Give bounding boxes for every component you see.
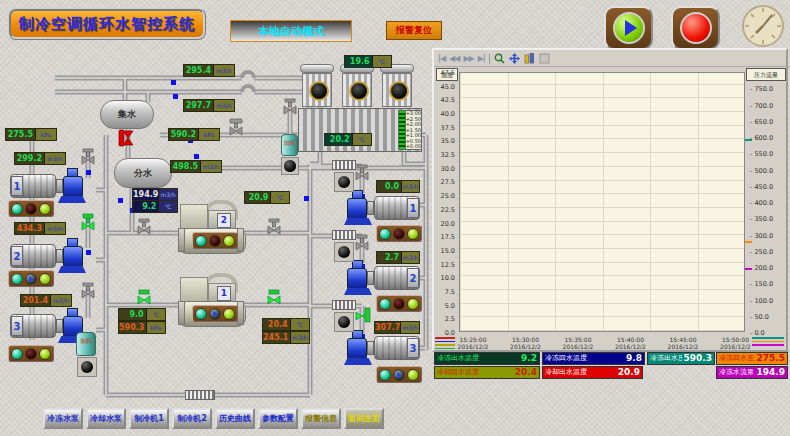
axis-tick: 7.5 xyxy=(445,288,455,296)
cyan-lamp-icon xyxy=(11,273,23,285)
nav-button-6[interactable]: 参数配置 xyxy=(258,408,298,429)
current-value-markers xyxy=(745,72,753,332)
green-lamp-icon xyxy=(39,273,51,285)
nav-button-3[interactable]: 制冷机1 xyxy=(129,408,169,429)
flex-connector xyxy=(332,160,356,170)
pipe-crossing-arcs xyxy=(242,72,254,92)
nav-button-7[interactable]: 报警信息 xyxy=(301,408,341,429)
chart-first-button[interactable]: |◀ xyxy=(438,54,445,63)
chiller2-status-lights xyxy=(192,232,238,249)
readout-pump-l1: 299.2m3/h xyxy=(14,152,66,165)
pan-icon[interactable] xyxy=(509,53,520,64)
axis-tick: - 300.0 xyxy=(750,232,773,240)
readout-pump-r1: 0.0m3/h xyxy=(376,180,420,193)
gauge-label: +0.00 xyxy=(406,144,421,149)
readout-flow-top-return: 297.7m3/h xyxy=(183,99,235,112)
stop-button[interactable] xyxy=(671,6,720,50)
status-chip: 冷却出水温度20.9 xyxy=(542,366,643,379)
legend-line xyxy=(752,337,784,339)
filter-icon xyxy=(334,172,354,192)
axis-tick: 27.5 xyxy=(441,178,455,186)
cyan-lamp-icon xyxy=(11,203,23,215)
status-chip: 冷却回水温度20.4 xyxy=(434,366,540,379)
readout-tower-out: 20.2℃ xyxy=(324,133,372,146)
play-lamp-icon xyxy=(209,308,221,320)
chart-prev-button[interactable]: ◀◀ xyxy=(449,54,459,63)
nav-button-4[interactable]: 制冷机2 xyxy=(172,408,212,429)
axis-tick: - 550.0 xyxy=(750,150,773,158)
axis-tick: - 200.0 xyxy=(750,264,773,272)
dosing-pump-icon xyxy=(77,357,97,377)
trend-plot-area xyxy=(459,72,745,332)
axis-tick: - 600.0 xyxy=(750,134,773,142)
columns-icon[interactable] xyxy=(524,53,535,64)
chart-last-button[interactable]: ▶| xyxy=(478,54,485,63)
pump-r2-status-lights xyxy=(376,295,422,312)
cooling-tower-3 xyxy=(380,64,414,110)
status-chip: 冷冻回水压力275.5 xyxy=(716,352,788,365)
nav-button-8[interactable]: 返回主页 xyxy=(344,408,384,429)
green-lamp-icon xyxy=(407,298,419,310)
pump-r3-status-lights xyxy=(376,366,422,383)
axis-tick: - 450.0 xyxy=(750,183,773,191)
flex-connector xyxy=(185,390,215,400)
axis-tick: - 350.0 xyxy=(750,215,773,223)
cyan-lamp-icon xyxy=(11,348,23,360)
export-icon xyxy=(539,53,550,64)
cooling-pump-1: 1 xyxy=(340,190,420,226)
fan-icon xyxy=(309,81,329,101)
zoom-icon[interactable] xyxy=(494,53,505,64)
legend-line xyxy=(435,344,455,346)
readout-press-left: 275.5kPa xyxy=(5,128,57,141)
time-tick: 15:25:002016/12/2 xyxy=(458,336,489,350)
readout-chiller2-cool: 20.9℃ xyxy=(244,191,290,204)
nav-button-2[interactable]: 冷却水泵 xyxy=(86,408,126,429)
filter-icon xyxy=(334,312,354,332)
axis-tick: - 400.0 xyxy=(750,199,773,207)
off-lamp-icon xyxy=(25,348,37,360)
readout-pump-l2: 434.3m3/h xyxy=(14,222,66,235)
legend-line xyxy=(435,341,455,343)
readout-flow-top-supply: 295.4m3/h xyxy=(183,64,235,77)
green-lamp-icon xyxy=(223,308,235,320)
axis-tick: 25.0 xyxy=(441,192,455,200)
nav-button-5[interactable]: 历史曲线 xyxy=(215,408,255,429)
pump-r1-status-lights xyxy=(376,225,422,242)
nav-button-1[interactable]: 冷冻水泵 xyxy=(43,408,83,429)
axis-tick: - 650.0 xyxy=(750,118,773,126)
axis-tick: - 100.0 xyxy=(750,297,773,305)
start-button[interactable] xyxy=(604,6,653,50)
chart-next-button[interactable]: ▶▶ xyxy=(463,54,473,63)
clock-icon xyxy=(742,5,784,47)
alarm-reset-button[interactable]: 报警复位 xyxy=(386,21,442,40)
axis-tick: 35.0 xyxy=(441,137,455,145)
pump-l2-status-lights xyxy=(8,270,54,287)
readout-tower-in: 19.6℃ xyxy=(344,55,392,68)
axis-tick: 42.5 xyxy=(441,96,455,104)
chiller-2: 2 xyxy=(178,202,248,254)
axis-tick: 37.5 xyxy=(441,124,455,132)
time-tick: 15:45:002016/12/2 xyxy=(668,336,699,350)
flex-connector xyxy=(332,300,356,310)
axis-tick: 17.5 xyxy=(441,233,455,241)
legend-line xyxy=(435,337,455,339)
cyan-lamp-icon xyxy=(379,228,391,240)
readout-chiller1-cool-temp: 20.4℃ xyxy=(262,318,310,331)
chiller-number: 2 xyxy=(217,213,231,228)
mode-button[interactable]: 本地自动模式 xyxy=(230,20,352,42)
pump-number: 1 xyxy=(407,198,419,218)
readout-chiller1-temp: 9.0℃ xyxy=(118,308,166,321)
legend-left-axis xyxy=(435,337,455,349)
current-value-marker xyxy=(745,241,752,243)
off-lamp-icon xyxy=(209,235,221,247)
status-chip: 冷冻出水温度9.2 xyxy=(434,352,540,365)
fan-icon xyxy=(349,81,369,101)
axis-tick: - 750.0 xyxy=(750,85,773,93)
axis-tick: 30.0 xyxy=(441,165,455,173)
status-chip: 冷冻出水压力590.3 xyxy=(647,352,715,365)
axis-tick: 15.0 xyxy=(441,247,455,255)
pump-number: 3 xyxy=(407,338,419,358)
flex-connector xyxy=(332,230,356,240)
axis-tick: 10.0 xyxy=(441,274,455,282)
axis-tick: 47.5 xyxy=(441,69,455,77)
